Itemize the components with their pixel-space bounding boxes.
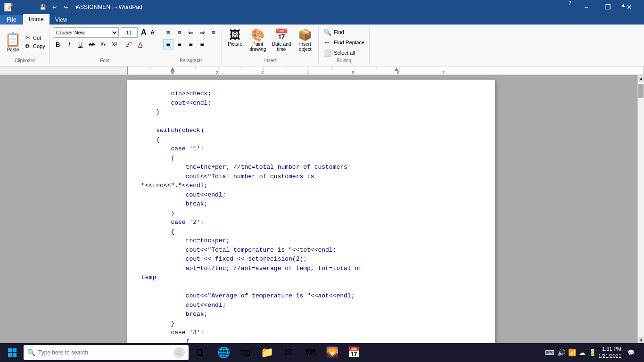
cut-label: Cut (33, 35, 41, 41)
line-16: { (141, 228, 174, 235)
font-color-button[interactable]: A (135, 39, 146, 49)
increase-indent-button[interactable]: ⇒ (197, 27, 207, 38)
datetime-button[interactable]: 📅 Date and time (270, 27, 293, 53)
taskbar-app-maps[interactable]: 🗺 (300, 343, 321, 362)
taskbar-app-calendar[interactable]: 📅 (343, 343, 364, 362)
font-grow-button[interactable]: A (140, 28, 148, 37)
subscript-button[interactable]: X₂ (98, 39, 108, 49)
save-button[interactable]: 💾 (38, 2, 48, 12)
line-11: "<<tnc<<"."<<endl; (141, 182, 207, 189)
taskbar-app-edge[interactable]: 🌐 (213, 343, 234, 362)
replace-button[interactable]: ↔ Find Replace (322, 38, 366, 47)
document-page[interactable]: cin>>check; cout<<endl; } switch(check) … (127, 80, 495, 344)
undo-button[interactable]: ↩ (49, 2, 59, 12)
line-19: cout << fixed << setprecision(2); (141, 255, 307, 263)
vertical-scrollbar[interactable]: ▲ ▼ (637, 75, 644, 344)
scroll-up-button[interactable]: ▲ (638, 75, 644, 82)
italic-button[interactable]: I (64, 39, 74, 49)
line-21: temp (141, 274, 156, 281)
copy-button[interactable]: ⧉ Copy (24, 42, 47, 50)
font-size-input[interactable] (121, 27, 138, 38)
ribbon-collapse-btn[interactable]: ▲ (620, 2, 626, 8)
justify-button[interactable]: ≡ (197, 39, 207, 49)
scrollbar-track[interactable] (638, 82, 644, 337)
line-5: switch(check) (141, 127, 204, 134)
cut-icon: ✂ (25, 34, 32, 41)
document-area: cin>>check; cout<<endl; } switch(check) … (0, 75, 644, 344)
tab-home[interactable]: Home (23, 14, 50, 25)
ribbon: File Home View ▲ 📋 Paste ✂ Cut ⧉ (0, 14, 644, 66)
tab-file[interactable]: File (0, 15, 23, 25)
maps-icon: 🗺 (305, 346, 315, 359)
svg-marker-20 (170, 67, 175, 71)
select-all-button[interactable]: ⬜ Select all (322, 48, 357, 58)
paste-button[interactable]: 📋 Paste (3, 31, 23, 53)
help-button[interactable]: ? (569, 0, 571, 14)
superscript-button[interactable]: X² (109, 39, 120, 49)
insert-group-label: Insert (222, 58, 319, 63)
copy-icon: ⧉ (25, 43, 32, 49)
ruler-inner: 1 2 3 4 5 6 7 (127, 66, 644, 74)
align-right-button[interactable]: ≡ (186, 39, 196, 49)
taskbar-app-mail[interactable]: ✉ (278, 343, 299, 362)
find-button[interactable]: 🔍 Find (322, 27, 346, 37)
align-left-button[interactable]: ≡ (163, 39, 173, 49)
line-8: { (141, 155, 174, 162)
taskbar-app-explorer[interactable]: 📁 (256, 343, 277, 362)
datetime-label: Date and time (272, 41, 291, 52)
picture-button[interactable]: 🖼 Picture (225, 27, 246, 48)
picture-icon: 🖼 (230, 28, 241, 41)
cortana-icon[interactable]: ◌ (173, 347, 185, 358)
align-center-button[interactable]: ≡ (174, 39, 185, 49)
taskbar-app-photos[interactable]: 🌄 (322, 343, 342, 362)
svg-text:3: 3 (261, 70, 264, 75)
cut-button[interactable]: ✂ Cut (24, 34, 47, 41)
bold-button[interactable]: B (53, 39, 63, 49)
clock[interactable]: 1:31 PM 1/21/2021 (598, 346, 621, 360)
highlight-button[interactable]: 🖊 (124, 39, 134, 49)
font-family-select[interactable]: Courier New (53, 27, 119, 38)
tab-view[interactable]: View (50, 15, 73, 25)
volume-icon[interactable]: 🔊 (557, 349, 565, 356)
object-button[interactable]: 📦 Insert object (295, 27, 315, 53)
app-icon: 📝 (4, 3, 13, 12)
decrease-indent-button[interactable]: ⇐ (186, 27, 196, 38)
quick-access-dropdown[interactable]: ▾ (72, 2, 82, 12)
start-button[interactable] (2, 343, 23, 362)
numbered-button[interactable]: ≡ (174, 27, 185, 38)
minimize-button[interactable]: − (575, 0, 597, 14)
datetime-icon: 📅 (274, 28, 289, 41)
font-shrink-button[interactable]: A (149, 28, 157, 37)
paint-label: Paint drawing (249, 41, 266, 52)
font-size-buttons: A A (140, 28, 157, 37)
strikethrough-button[interactable]: ab (87, 39, 97, 49)
mail-icon: ✉ (284, 346, 293, 359)
keyboard-icon: ⌨ (545, 349, 554, 356)
code-content[interactable]: cin>>check; cout<<endl; } switch(check) … (127, 89, 495, 344)
taskbar-search[interactable]: 🔍 Type here to search ◌ (24, 345, 189, 360)
line-7: case '1': (141, 145, 204, 152)
redo-button[interactable]: ↪ (60, 2, 71, 12)
paint-button[interactable]: 🎨 Paint drawing (248, 27, 268, 53)
ribbon-group-font: Courier New A A B I U ab X₂ X² 🖊 (50, 26, 160, 64)
notification-button[interactable]: 💬 (623, 343, 638, 362)
scrollbar-thumb[interactable] (638, 84, 644, 98)
line-15: case '2': (141, 219, 204, 226)
scroll-down-button[interactable]: ▼ (638, 337, 644, 344)
line-spacing-button[interactable]: ≡ (208, 27, 219, 38)
network-icon[interactable]: 📶 (568, 349, 576, 356)
explorer-icon: 📁 (261, 346, 273, 359)
svg-text:7: 7 (442, 70, 445, 75)
cortana-symbol: ◌ (177, 350, 182, 355)
taskbar-app-store[interactable]: 🛍 (235, 343, 256, 362)
object-icon: 📦 (298, 28, 312, 41)
bullets-button[interactable]: ≡ (163, 27, 173, 38)
taskbar-app-taskview[interactable]: ⧉ (190, 343, 210, 362)
edge-icon: 🌐 (217, 346, 230, 359)
paint-icon: 🎨 (251, 28, 265, 41)
line-3: } (141, 108, 160, 115)
line-12: cout<<endl; (141, 191, 226, 198)
maximize-button[interactable]: ❐ (597, 0, 619, 14)
underline-button[interactable]: U (75, 39, 86, 49)
paragraph-group-label: Paragraph (160, 58, 222, 63)
